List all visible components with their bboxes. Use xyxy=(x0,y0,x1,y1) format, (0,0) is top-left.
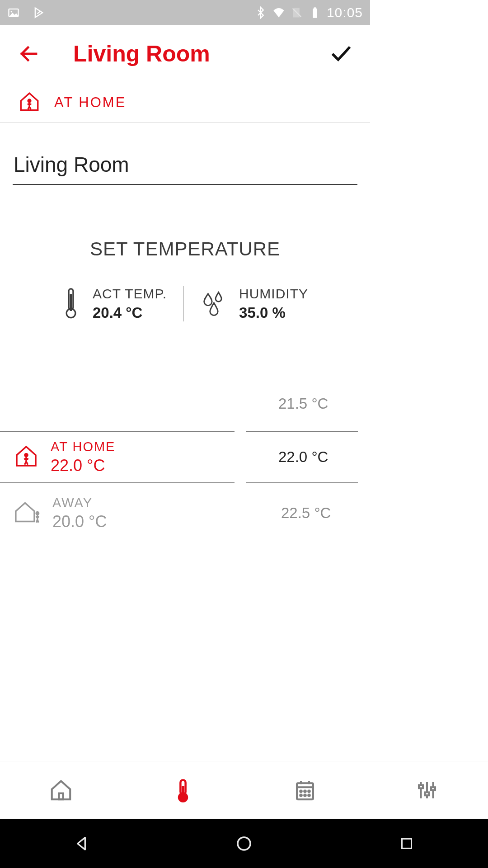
thermometer-icon xyxy=(62,287,80,321)
app-bar: Living Room xyxy=(0,25,370,83)
back-button[interactable] xyxy=(15,40,42,67)
home-away-icon xyxy=(13,500,42,527)
clock-text: 10:05 xyxy=(327,5,363,20)
mode-wheel-item-label: AT HOME xyxy=(51,439,115,454)
humidity-icon xyxy=(200,289,226,319)
room-name-field-wrap xyxy=(0,123,370,185)
page-title: Living Room xyxy=(73,41,210,67)
mode-wheel[interactable]: AT HOME 22.0 °C AWAY 20.0 °C xyxy=(0,377,235,549)
actual-temp-value: 20.4 °C xyxy=(93,304,167,321)
svg-point-9 xyxy=(36,512,38,514)
android-status-bar: 10:05 xyxy=(0,0,370,25)
svg-rect-2 xyxy=(313,8,317,18)
mode-wheel-item-label: AWAY xyxy=(52,495,107,510)
play-store-icon xyxy=(33,6,45,19)
home-person-icon xyxy=(18,90,41,115)
svg-point-4 xyxy=(28,99,31,102)
wheel-pickers: AT HOME 22.0 °C AWAY 20.0 °C 21.5 °C 22.… xyxy=(0,377,370,549)
bluetooth-icon xyxy=(254,6,267,19)
image-icon xyxy=(7,6,20,19)
no-sim-icon xyxy=(291,6,303,19)
temperature-wheel[interactable]: 21.5 °C 22.0 °C 22.5 °C xyxy=(246,377,358,549)
svg-rect-3 xyxy=(314,7,316,9)
temp-wheel-item-selected[interactable]: 22.0 °C xyxy=(246,431,358,483)
humidity-cell: HUMIDITY 35.0 % xyxy=(183,286,324,321)
mode-wheel-item-value: 22.0 °C xyxy=(51,456,115,475)
mode-selector[interactable]: AT HOME xyxy=(0,83,370,123)
mode-wheel-item-away[interactable]: AWAY 20.0 °C xyxy=(0,487,235,539)
room-name-input[interactable] xyxy=(13,148,357,185)
temp-wheel-item-below[interactable]: 22.5 °C xyxy=(246,487,358,539)
confirm-button[interactable] xyxy=(328,40,355,67)
readings-row: ACT TEMP. 20.4 °C HUMIDITY 35.0 % xyxy=(0,286,370,321)
status-left xyxy=(7,6,45,19)
set-temperature-heading: SET TEMPERATURE xyxy=(0,238,370,260)
svg-point-8 xyxy=(25,454,28,457)
battery-icon xyxy=(309,6,321,19)
humidity-value: 35.0 % xyxy=(239,304,308,321)
home-person-icon xyxy=(13,443,40,471)
temp-wheel-item-above[interactable]: 21.5 °C xyxy=(246,377,358,430)
mode-wheel-item-at-home[interactable]: AT HOME 22.0 °C xyxy=(0,431,235,483)
wifi-icon xyxy=(272,6,285,19)
status-right: 10:05 xyxy=(254,5,363,20)
mode-wheel-item-value: 20.0 °C xyxy=(52,512,107,531)
mode-label: AT HOME xyxy=(54,94,126,111)
svg-point-1 xyxy=(11,10,12,12)
actual-temp-label: ACT TEMP. xyxy=(93,286,167,302)
humidity-label: HUMIDITY xyxy=(239,286,308,302)
actual-temp-cell: ACT TEMP. 20.4 °C xyxy=(46,286,183,321)
